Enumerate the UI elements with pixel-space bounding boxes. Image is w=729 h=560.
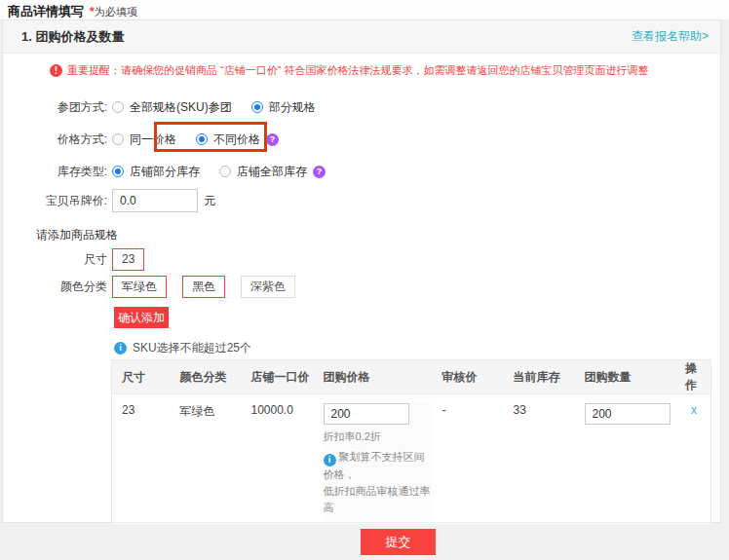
color-option-black[interactable]: 黑色 — [182, 276, 225, 298]
radio-diff-price[interactable] — [196, 133, 208, 145]
col-header-size: 尺寸 — [112, 360, 171, 394]
color-spec-row: 颜色分类 军绿色 黑色 深紫色 — [3, 276, 305, 298]
col-header-qty: 团购数量 — [575, 360, 670, 394]
col-header-color: 颜色分类 — [171, 360, 242, 394]
col-header-group-price: 团购价格 — [314, 360, 433, 394]
price-tip: i聚划算不支持区间价格，低折扣商品审核通过率高 — [324, 449, 433, 516]
tag-price-input[interactable] — [112, 189, 198, 212]
price-mode-label: 价格方式: — [3, 131, 107, 148]
size-option-23[interactable]: 23 — [112, 248, 144, 271]
radio-all-stock[interactable] — [219, 166, 231, 177]
sku-table-row: 23 军绿色 10000.0 折扣率0.2折 i聚划算不支持区间价格，低折扣商品… — [112, 394, 711, 523]
radio-all-stock-label[interactable]: 店铺全部库存 — [237, 164, 307, 180]
cell-group-price: 折扣率0.2折 i聚划算不支持区间价格，低折扣商品审核通过率高 — [314, 394, 433, 523]
radio-partial-sku[interactable] — [251, 101, 263, 113]
page-title: 商品详情填写 — [8, 4, 84, 19]
sku-table-header-row: 尺寸 颜色分类 店铺一口价 团购价格 审核价 当前库存 团购数量 操作 — [112, 360, 711, 394]
screen: 商品详情填写*为必填项 1. 团购价格及数量 查看报名帮助> ! 重要提醒：请确… — [0, 0, 729, 560]
cell-action: x — [670, 394, 711, 523]
radio-partial-stock-label[interactable]: 店铺部分库存 — [130, 164, 200, 180]
radio-same-price-label[interactable]: 同一价格 — [130, 131, 176, 148]
radio-all-sku-label[interactable]: 全部规格(SKU)参团 — [130, 99, 232, 116]
tag-price-row: 宝贝吊牌价: 元 — [3, 189, 215, 212]
page-header: 商品详情填写*为必填项 — [0, 0, 729, 19]
color-option-army-green[interactable]: 军绿色 — [112, 276, 167, 298]
stock-type-help-icon[interactable]: ? — [313, 166, 326, 178]
warning-text: 重要提醒：请确保您的促销商品 “店铺一口价” 符合国家价格法律法规要求，如需调整… — [67, 63, 648, 78]
sku-limit-text: SKU选择不能超过25个 — [133, 340, 251, 356]
tag-price-label: 宝贝吊牌价: — [3, 193, 107, 209]
section-header: 1. 团购价格及数量 查看报名帮助> — [3, 20, 720, 54]
price-mode-help-icon[interactable]: ? — [266, 133, 279, 146]
cell-audit-price: - — [433, 394, 504, 523]
delete-row-icon[interactable]: x — [691, 403, 697, 417]
alert-icon: ! — [50, 64, 62, 77]
col-header-shop-price: 店铺一口价 — [242, 360, 314, 394]
cell-shop-price: 10000.0 — [242, 394, 314, 523]
sku-limit-note: i SKU选择不能超过25个 — [114, 340, 251, 356]
col-header-audit-price: 审核价 — [433, 360, 504, 394]
radio-same-price[interactable] — [112, 133, 124, 145]
join-mode-row: 参团方式: 全部规格(SKU)参团 部分规格 — [3, 97, 316, 117]
help-link[interactable]: 查看报名帮助> — [632, 28, 709, 45]
warning-bar: ! 重要提醒：请确保您的促销商品 “店铺一口价” 符合国家价格法律法规要求，如需… — [50, 63, 648, 78]
discount-note: 折扣率0.2折 — [324, 429, 433, 444]
confirm-add-button[interactable]: 确认添加 — [114, 307, 169, 328]
col-header-action: 操作 — [670, 360, 711, 394]
stock-type-label: 库存类型: — [3, 164, 107, 180]
group-qty-input[interactable] — [585, 403, 671, 425]
size-label: 尺寸 — [3, 251, 107, 268]
price-tip-line1: 聚划算不支持区间价格， — [324, 451, 425, 480]
price-tip-line2: 低折扣商品审核通过率高 — [324, 485, 431, 513]
spec-section-label: 请添加商品规格 — [36, 227, 118, 243]
cell-size: 23 — [112, 394, 171, 523]
radio-all-sku[interactable] — [112, 101, 124, 113]
submit-button[interactable]: 提交 — [361, 529, 436, 555]
price-mode-row: 价格方式: 同一价格 不同价格 ? — [3, 130, 279, 149]
info-icon: i — [114, 342, 127, 355]
cell-stock: 33 — [504, 394, 575, 523]
tag-price-unit: 元 — [204, 193, 215, 209]
color-label: 颜色分类 — [3, 279, 107, 295]
group-price-input[interactable] — [324, 403, 409, 425]
radio-diff-price-label[interactable]: 不同价格 — [213, 131, 260, 148]
size-spec-row: 尺寸 23 — [3, 248, 154, 271]
section-title: 1. 团购价格及数量 — [21, 28, 124, 46]
color-option-dark-purple[interactable]: 深紫色 — [241, 276, 295, 298]
col-header-stock: 当前库存 — [504, 360, 575, 394]
cell-color: 军绿色 — [171, 394, 242, 523]
required-note: 为必填项 — [95, 6, 137, 18]
main-panel: 1. 团购价格及数量 查看报名帮助> ! 重要提醒：请确保您的促销商品 “店铺一… — [2, 19, 721, 523]
cell-qty — [575, 394, 670, 523]
join-mode-label: 参团方式: — [3, 99, 107, 116]
info-icon: i — [324, 454, 336, 467]
radio-partial-sku-label[interactable]: 部分规格 — [269, 99, 316, 116]
stock-type-row: 库存类型: 店铺部分库存 店铺全部库存 ? — [3, 162, 326, 181]
radio-partial-stock[interactable] — [112, 166, 124, 177]
